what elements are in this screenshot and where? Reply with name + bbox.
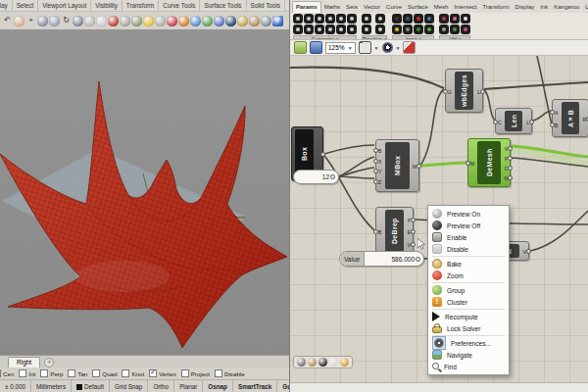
tab-params[interactable]: Params: [292, 1, 321, 13]
galapagos-icon[interactable]: [461, 24, 470, 34]
tab-mesh[interactable]: Mesh: [431, 2, 452, 13]
material-icon[interactable]: [237, 16, 248, 26]
input-port-M[interactable]: M: [470, 161, 474, 167]
zoom-extents-icon[interactable]: [73, 16, 83, 26]
page-icon[interactable]: [329, 358, 338, 367]
output-nub[interactable]: [508, 166, 513, 171]
lock-icon[interactable]: [155, 16, 166, 26]
named-view-icon[interactable]: [84, 16, 95, 26]
preview-eye-icon[interactable]: [382, 42, 393, 53]
cherry-picker-icon[interactable]: [439, 14, 449, 24]
output-nub[interactable]: [529, 120, 534, 124]
heart-icon[interactable]: [167, 16, 177, 26]
checkbox-disable[interactable]: [215, 369, 222, 377]
lamp-icon[interactable]: [143, 16, 154, 26]
open-file-icon[interactable]: [294, 41, 307, 54]
move-icon[interactable]: +: [25, 16, 36, 26]
menu-item-group[interactable]: Group: [429, 284, 508, 296]
node-debrep[interactable]: DeBrepBFEV: [375, 207, 414, 256]
box-icon[interactable]: [304, 24, 314, 34]
mesh-icon[interactable]: [315, 24, 324, 34]
checkbox-int[interactable]: [19, 369, 26, 377]
geometry-icon[interactable]: [347, 24, 357, 34]
osnap-vertex[interactable]: Vertex: [149, 369, 176, 377]
curve-icon[interactable]: [325, 14, 335, 24]
object-hat-icon[interactable]: [108, 16, 119, 26]
chrome-sphere-icon[interactable]: [190, 16, 201, 26]
output-nub[interactable]: [508, 175, 513, 180]
checkbox-vertex[interactable]: [149, 369, 157, 377]
toggle-icon[interactable]: [403, 14, 413, 24]
output-nub[interactable]: [508, 146, 513, 151]
pen-icon[interactable]: [308, 358, 317, 367]
input-nub[interactable]: [373, 148, 378, 153]
grid-icon[interactable]: [340, 358, 349, 367]
gears-icon[interactable]: [249, 16, 260, 26]
slider-12[interactable]: 12: [293, 170, 339, 184]
osnap-project[interactable]: Project: [181, 369, 210, 377]
checkbox-knot[interactable]: [122, 369, 129, 377]
checkbox-project[interactable]: [181, 369, 189, 377]
rhino-toolbar-tab-surface-tools[interactable]: Surface Tools: [200, 0, 246, 11]
menu-item-enable[interactable]: Enable: [429, 231, 508, 243]
zoom-dynamic-icon[interactable]: [37, 16, 48, 26]
input-port-B[interactable]: B: [555, 122, 558, 128]
input-port-A[interactable]: A: [555, 110, 558, 116]
node-axb[interactable]: A×BABR: [552, 99, 588, 137]
input-port-Y[interactable]: Y: [378, 169, 381, 174]
output-nub[interactable]: [411, 229, 416, 234]
osnap-cen[interactable]: Cen: [0, 369, 14, 377]
node-wbedges[interactable]: wbEdgesGL: [445, 69, 483, 113]
relay-icon[interactable]: [439, 24, 449, 34]
tab-vector[interactable]: Vector: [361, 2, 383, 13]
checkbox-quad[interactable]: [92, 369, 100, 377]
output-nub[interactable]: [416, 164, 421, 169]
osnap-quad[interactable]: Quad: [92, 369, 117, 377]
input-port-G[interactable]: G: [448, 89, 452, 95]
pan-icon[interactable]: [14, 16, 24, 26]
rhino-toolbar-tab-transform[interactable]: Transform: [122, 0, 159, 11]
status-ortho[interactable]: Ortho: [148, 380, 174, 392]
status--0-000[interactable]: ± 0.000: [0, 380, 31, 392]
input-nub[interactable]: [373, 169, 378, 173]
status-smarttrack[interactable]: SmartTrack: [233, 380, 277, 392]
layer-table-icon[interactable]: [96, 16, 107, 26]
menu-item-preferences-[interactable]: Preferences...: [429, 337, 508, 349]
undo-icon[interactable]: ↶: [2, 16, 13, 26]
input-nub[interactable]: [373, 179, 378, 184]
list-icon[interactable]: [403, 24, 413, 34]
vector-icon[interactable]: [293, 24, 303, 34]
knob-icon[interactable]: [424, 14, 434, 24]
rhino-toolbar-tab-viewport-layout[interactable]: Viewport Layout: [38, 0, 91, 11]
rhino-toolbar-tab-visibility[interactable]: Visibility: [91, 0, 122, 11]
shaded-sphere-icon[interactable]: [202, 16, 213, 26]
output-nub[interactable]: [508, 156, 513, 161]
brep-icon[interactable]: [315, 14, 324, 24]
number-icon[interactable]: [375, 14, 385, 24]
output-nub[interactable]: [320, 152, 325, 157]
input-nub[interactable]: [443, 89, 448, 94]
input-nub[interactable]: [493, 120, 498, 124]
arrow-icon[interactable]: [461, 14, 470, 24]
tree-icon[interactable]: [450, 24, 460, 34]
checkbox-tan[interactable]: [68, 369, 75, 377]
hide-icon[interactable]: [120, 16, 130, 26]
boolean-icon[interactable]: [362, 14, 371, 24]
panel-icon[interactable]: [392, 14, 402, 24]
checkbox-cen[interactable]: [0, 369, 1, 377]
help-icon[interactable]: ?: [272, 16, 283, 26]
menu-item-bake[interactable]: Bake: [429, 258, 508, 270]
tab-transform[interactable]: Transform: [479, 2, 512, 13]
rhino-viewport[interactable]: [0, 29, 289, 355]
rhino-toolbar-tab-curve-tools[interactable]: Curve Tools: [159, 0, 200, 11]
rotate-view-icon[interactable]: ↻: [61, 16, 72, 26]
menu-item-preview-off[interactable]: Preview Off: [429, 220, 508, 231]
save-file-icon[interactable]: [310, 41, 322, 54]
refresh-icon[interactable]: [297, 358, 306, 367]
input-port-B[interactable]: B: [378, 148, 381, 154]
jump-icon[interactable]: [450, 14, 460, 24]
status-osnap[interactable]: Osnap: [203, 380, 233, 392]
status-default[interactable]: Default: [72, 380, 110, 392]
tab-lmnts[interactable]: LMNts: [582, 2, 588, 13]
output-nub[interactable]: [526, 249, 531, 254]
